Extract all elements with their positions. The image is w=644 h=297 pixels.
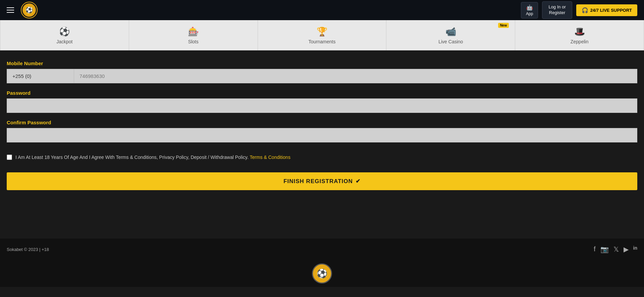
header-right: 🤖 App Log In or Register 🎧 24/7 LIVE SUP…: [521, 1, 637, 19]
terms-text: I Am At Least 18 Years Of Age And I Agre…: [15, 154, 290, 161]
terms-text-content: I Am At Least 18 Years Of Age And I Agre…: [15, 155, 249, 160]
app-label: App: [526, 11, 533, 16]
slots-icon: 🎰: [188, 27, 199, 37]
header-left: ⚽: [7, 2, 38, 18]
confirm-password-input[interactable]: [7, 128, 637, 142]
footer: Sokabet © 2023 | +18 f 📷 𝕏 ▶ in: [0, 239, 644, 260]
youtube-icon[interactable]: ▶: [624, 245, 629, 253]
confirm-password-label: Confirm Password: [7, 120, 637, 125]
new-badge: New: [498, 23, 509, 28]
nav-item-slots[interactable]: 🎰 Slots: [129, 20, 258, 50]
bottom-logo-circle: ⚽: [312, 263, 332, 284]
main-nav: ⚽ Jackpot 🎰 Slots 🏆 Tournaments New 📹 Li…: [0, 20, 644, 50]
bottom-logo-area: ⚽: [0, 260, 644, 287]
password-input[interactable]: [7, 98, 637, 113]
nav-item-jackpot[interactable]: ⚽ Jackpot: [0, 20, 129, 50]
password-label: Password: [7, 90, 637, 96]
logo[interactable]: ⚽: [21, 2, 38, 18]
form-section: Mobile Number +255 (0) Password Confirm …: [7, 60, 637, 190]
live-casino-label: Live Casino: [438, 39, 463, 44]
finish-label: FINISH REGISTRATION: [283, 178, 353, 185]
nav-item-live-casino[interactable]: New 📹 Live Casino: [386, 20, 515, 50]
nav-item-tournaments[interactable]: 🏆 Tournaments: [258, 20, 387, 50]
twitter-icon[interactable]: 𝕏: [613, 245, 619, 253]
country-code-display: +255 (0): [7, 69, 74, 83]
android-icon: 🤖: [526, 4, 533, 11]
checkmark-icon: ✔: [356, 178, 361, 185]
nav-item-zeppelin[interactable]: 🎩 Zeppelin: [515, 20, 644, 50]
terms-row: I Am At Least 18 Years Of Age And I Agre…: [7, 149, 637, 166]
main-content: Mobile Number +255 (0) Password Confirm …: [0, 50, 644, 239]
facebook-icon[interactable]: f: [594, 245, 596, 253]
support-label: 24/7 LIVE SUPPORT: [590, 8, 632, 13]
mobile-row: +255 (0): [7, 69, 637, 83]
mobile-number-label: Mobile Number: [7, 60, 637, 66]
phone-input[interactable]: [74, 69, 637, 83]
tournaments-label: Tournaments: [309, 39, 336, 44]
header: ⚽ 🤖 App Log In or Register 🎧 24/7 LIVE S…: [0, 0, 644, 20]
footer-copyright: Sokabet © 2023 | +18: [7, 247, 49, 252]
logo-inner: ⚽: [22, 3, 36, 17]
terms-checkbox[interactable]: [7, 155, 12, 160]
headset-icon: 🎧: [582, 7, 588, 13]
social-icons: f 📷 𝕏 ▶ in: [594, 245, 637, 253]
login-button[interactable]: Log In or Register: [542, 1, 572, 19]
app-button[interactable]: 🤖 App: [521, 2, 538, 18]
linkedin-icon[interactable]: in: [633, 245, 637, 253]
trophy-icon: 🏆: [317, 27, 327, 37]
slots-label: Slots: [188, 39, 199, 44]
jackpot-label: Jackpot: [56, 39, 72, 44]
live-casino-icon: 📹: [445, 27, 456, 37]
terms-link[interactable]: Terms & Conditions: [250, 155, 290, 160]
hamburger-menu[interactable]: [7, 7, 14, 13]
jackpot-icon: ⚽: [59, 27, 70, 37]
zeppelin-icon: 🎩: [574, 27, 585, 37]
instagram-icon[interactable]: 📷: [600, 245, 609, 253]
zeppelin-label: Zeppelin: [571, 39, 589, 44]
finish-registration-button[interactable]: FINISH REGISTRATION ✔: [7, 172, 637, 190]
support-button[interactable]: 🎧 24/7 LIVE SUPPORT: [576, 4, 637, 16]
